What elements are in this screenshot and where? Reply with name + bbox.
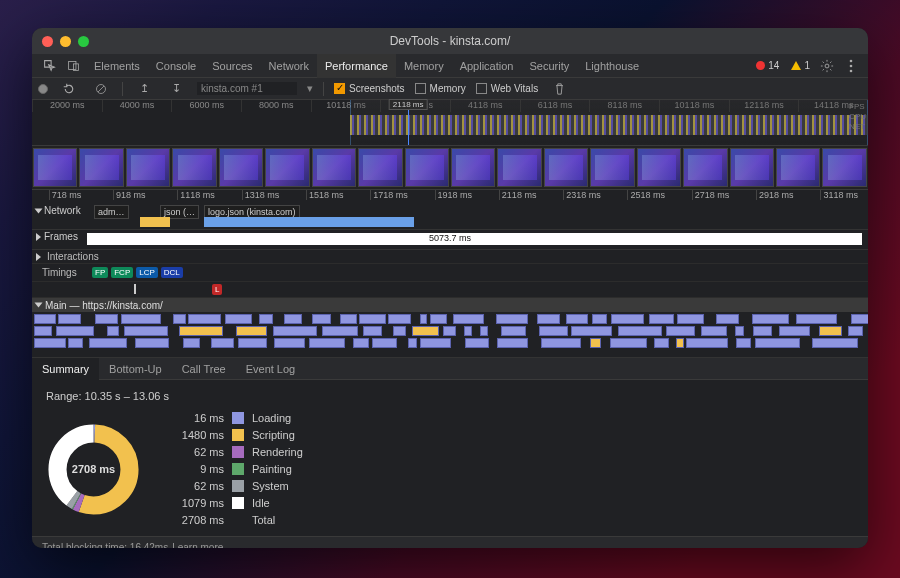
detail-tab-bottom-up[interactable]: Bottom-Up [99, 358, 172, 380]
device-toggle-icon[interactable] [66, 59, 80, 73]
panel-tab-console[interactable]: Console [148, 54, 204, 78]
screenshot-thumb[interactable] [172, 148, 216, 187]
flame-time-ruler[interactable]: 718 ms918 ms1118 ms1318 ms1518 ms1718 ms… [32, 190, 868, 204]
screenshots-checkbox[interactable]: Screenshots [334, 83, 405, 94]
screenshot-thumb[interactable] [358, 148, 402, 187]
record-button[interactable] [38, 84, 48, 94]
screenshot-thumb[interactable] [451, 148, 495, 187]
chevron-right-icon[interactable] [36, 253, 41, 261]
screenshot-thumb[interactable] [730, 148, 774, 187]
interactions-section[interactable]: Interactions [32, 250, 868, 264]
panel-tabbar: ElementsConsoleSourcesNetworkPerformance… [32, 54, 868, 78]
screenshot-thumb[interactable] [405, 148, 449, 187]
settings-gear-icon[interactable] [820, 59, 834, 73]
svg-rect-0 [68, 61, 75, 69]
breakdown-row: 62 msRendering [169, 446, 303, 458]
timing-l-marker: L [212, 284, 222, 295]
screenshot-thumb[interactable] [822, 148, 866, 187]
panel-tab-sources[interactable]: Sources [204, 54, 260, 78]
screenshot-thumb[interactable] [497, 148, 541, 187]
performance-toolbar: ↥ ↧ ▾ Screenshots Memory Web Vitals [32, 78, 868, 100]
screenshot-filmstrip[interactable] [32, 146, 868, 190]
screenshot-thumb[interactable] [683, 148, 727, 187]
screenshot-thumb[interactable] [590, 148, 634, 187]
range-text: Range: 10.35 s – 13.06 s [46, 390, 854, 402]
detail-tab-event-log[interactable]: Event Log [236, 358, 306, 380]
panel-tab-network[interactable]: Network [261, 54, 317, 78]
devtools-window: DevTools - kinsta.com/ ElementsConsoleSo… [32, 28, 868, 548]
memory-checkbox[interactable]: Memory [415, 83, 466, 94]
frame-duration: 5073.7 ms [429, 233, 471, 243]
screenshot-thumb[interactable] [126, 148, 170, 187]
screenshot-thumb[interactable] [265, 148, 309, 187]
breakdown-row: 16 msLoading [169, 412, 303, 424]
timing-badge-fcp: FCP [111, 267, 133, 278]
breakdown-row: 62 msSystem [169, 480, 303, 492]
svg-point-5 [850, 69, 853, 72]
screenshot-thumb[interactable] [544, 148, 588, 187]
timing-badge-dcl: DCL [161, 267, 183, 278]
detail-tab-summary[interactable]: Summary [32, 358, 99, 380]
svg-point-2 [825, 64, 829, 68]
panel-tab-elements[interactable]: Elements [86, 54, 148, 78]
time-marker-label: 2118 ms [389, 99, 428, 110]
panel-tab-security[interactable]: Security [521, 54, 577, 78]
titlebar: DevTools - kinsta.com/ [32, 28, 868, 54]
reload-icon[interactable] [62, 82, 76, 96]
chevron-down-icon[interactable] [35, 208, 43, 213]
chevron-down-icon[interactable] [35, 303, 43, 308]
detail-tab-call-tree[interactable]: Call Tree [172, 358, 236, 380]
breakdown-donut: 2708 ms [46, 422, 141, 517]
learn-more-link[interactable]: Learn more [172, 542, 223, 548]
save-profile-icon[interactable]: ↧ [169, 82, 183, 96]
summary-panel: Range: 10.35 s – 13.06 s 2708 ms 16 msLo… [32, 380, 868, 536]
network-item[interactable]: adm… [94, 205, 129, 219]
webvitals-checkbox[interactable]: Web Vitals [476, 83, 538, 94]
screenshot-thumb[interactable] [79, 148, 123, 187]
fps-label: FPS [849, 102, 866, 112]
window-title: DevTools - kinsta.com/ [32, 34, 868, 48]
error-badge[interactable]: 14 [752, 59, 783, 72]
screenshot-thumb[interactable] [776, 148, 820, 187]
overview-timeline[interactable]: 2000 ms4000 ms6000 ms8000 ms10118 ms2118… [32, 100, 868, 146]
cpu-label: CPU [849, 112, 866, 122]
inspect-icon[interactable] [42, 59, 56, 73]
main-thread-header[interactable]: Main — https://kinsta.com/ [32, 298, 868, 312]
breakdown-row: 1480 msScripting [169, 429, 303, 441]
breakdown-row: 1079 msIdle [169, 497, 303, 509]
breakdown-row: 9 msPainting [169, 463, 303, 475]
detail-tabbar: SummaryBottom-UpCall TreeEvent Log [32, 358, 868, 380]
svg-point-4 [850, 64, 853, 67]
net-label: NET [849, 122, 866, 132]
timings-section[interactable]: Timings FPFCPLCPDCL [32, 264, 868, 282]
screenshot-thumb[interactable] [312, 148, 356, 187]
timing-badge-fp: FP [92, 267, 108, 278]
screenshot-thumb[interactable] [219, 148, 263, 187]
clear-icon[interactable] [94, 82, 108, 96]
screenshot-thumb[interactable] [637, 148, 681, 187]
panel-tab-lighthouse[interactable]: Lighthouse [577, 54, 647, 78]
panel-tab-memory[interactable]: Memory [396, 54, 452, 78]
chevron-right-icon[interactable] [36, 233, 41, 241]
timing-badge-lcp: LCP [136, 267, 158, 278]
kebab-menu-icon[interactable] [844, 59, 858, 73]
svg-point-3 [850, 59, 853, 62]
statusbar: Total blocking time: 16.42ms Learn more [32, 536, 868, 548]
network-section[interactable]: Network adm… json (… logo.json (kinsta.c… [32, 204, 868, 230]
panel-tab-application[interactable]: Application [452, 54, 522, 78]
frames-section[interactable]: Frames 5073.7 ms [32, 230, 868, 250]
screenshot-thumb[interactable] [33, 148, 77, 187]
warning-badge[interactable]: 1 [787, 59, 814, 72]
blocking-time-text: Total blocking time: 16.42ms [42, 542, 168, 548]
load-profile-icon[interactable]: ↥ [137, 82, 151, 96]
gc-trash-icon[interactable] [552, 82, 566, 96]
breakdown-legend: 16 msLoading1480 msScripting62 msRenderi… [169, 412, 303, 526]
flame-chart[interactable] [32, 312, 868, 358]
recording-selector[interactable] [197, 82, 297, 95]
panel-tab-performance[interactable]: Performance [317, 54, 396, 78]
